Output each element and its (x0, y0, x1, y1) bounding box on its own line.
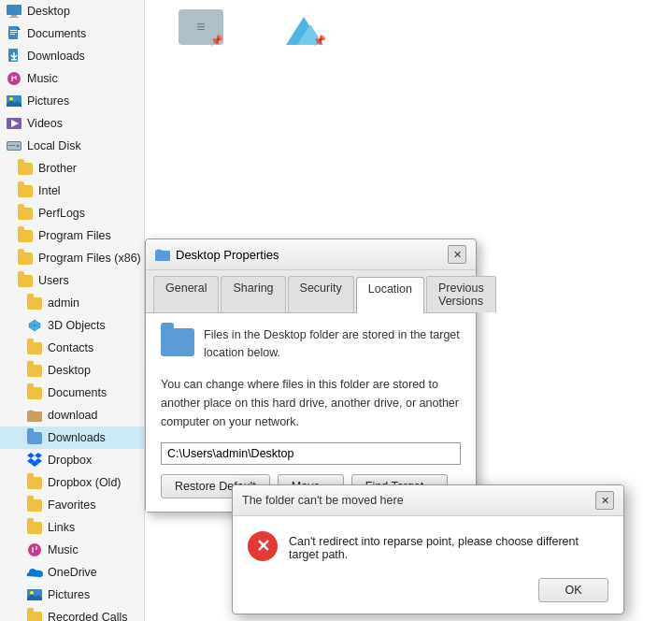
error-titlebar: The folder can't be moved here ✕ (233, 485, 623, 516)
tab-sharing[interactable]: Sharing (221, 276, 285, 312)
error-dialog: The folder can't be moved here ✕ ✕ Can't… (232, 484, 624, 614)
error-message: Can't redirect into reparse point, pleas… (289, 531, 608, 561)
location-input[interactable] (161, 442, 461, 465)
dialog-overlay: Desktop Properties ✕ General Sharing Sec… (0, 0, 672, 621)
dialog-tabs: General Sharing Security Location Previo… (146, 270, 476, 313)
error-title: The folder can't be moved here (242, 494, 404, 507)
tab-location[interactable]: Location (356, 277, 424, 313)
error-icon: ✕ (248, 531, 278, 561)
svg-rect-25 (155, 251, 170, 261)
folder-info-text: Files in the Desktop folder are stored i… (204, 326, 461, 362)
error-footer: OK (233, 572, 623, 614)
location-description: You can change where files in this folde… (161, 375, 461, 431)
dialog-title: Desktop Properties (176, 248, 279, 262)
folder-large-icon (161, 328, 194, 356)
tab-previous-versions[interactable]: Previous Versions (426, 276, 496, 312)
dialog-title-area: Desktop Properties (155, 248, 279, 262)
dialog-titlebar: Desktop Properties ✕ (146, 239, 476, 270)
error-close-button[interactable]: ✕ (595, 491, 614, 510)
dialog-close-button[interactable]: ✕ (448, 245, 466, 264)
folder-info: Files in the Desktop folder are stored i… (161, 326, 461, 362)
dialog-folder-icon (155, 248, 170, 261)
tab-security[interactable]: Security (288, 276, 354, 312)
tab-general[interactable]: General (153, 276, 219, 312)
properties-dialog: Desktop Properties ✕ General Sharing Sec… (145, 238, 477, 513)
dialog-body: Files in the Desktop folder are stored i… (146, 313, 476, 512)
ok-button[interactable]: OK (538, 578, 608, 602)
error-body: ✕ Can't redirect into reparse point, ple… (233, 516, 623, 572)
